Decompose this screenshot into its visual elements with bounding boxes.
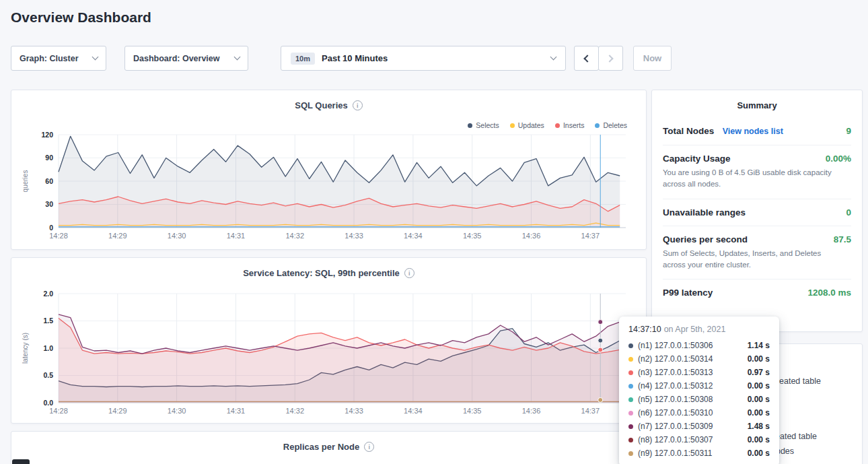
tooltip-date: on Apr 5th, 2021 — [664, 325, 726, 334]
partial-tooltip-overlay — [12, 459, 30, 464]
svg-text:14:34: 14:34 — [404, 232, 423, 240]
svg-text:0.5: 0.5 — [43, 371, 53, 379]
legend-dot-icon — [510, 123, 515, 128]
event-text-fragment: eated table — [779, 376, 821, 386]
svg-text:14:35: 14:35 — [463, 407, 482, 415]
chart-title: SQL Queries — [295, 100, 348, 110]
node-color-dot-icon — [628, 424, 633, 429]
graph-dropdown-label: Graph: Cluster — [20, 54, 79, 63]
capacity-usage-description: You are using 0 B of 4.5 GiB usable disk… — [663, 167, 840, 191]
unavailable-ranges-value: 0 — [846, 207, 851, 218]
svg-text:14:29: 14:29 — [108, 407, 127, 415]
legend-item-updates: Updates — [510, 121, 544, 129]
service-latency-plot[interactable]: 0.00.51.01.52.014:2814:2914:3014:3114:32… — [20, 288, 639, 420]
graph-dropdown[interactable]: Graph: Cluster — [11, 46, 106, 71]
tooltip-node-label: (n2) 127.0.0.1:50314 — [638, 354, 748, 364]
chevron-left-icon — [583, 55, 591, 62]
time-prev-button[interactable] — [574, 46, 599, 71]
view-nodes-list-link[interactable]: View nodes list — [723, 127, 783, 136]
tooltip-node-value: 0.00 s — [748, 381, 770, 391]
svg-text:1.5: 1.5 — [43, 317, 53, 325]
legend-item-selects: Selects — [468, 121, 499, 129]
chart-header: Replicas per Node i — [11, 432, 646, 452]
tooltip-node-label: (n9) 127.0.0.1:50311 — [638, 449, 748, 458]
svg-text:14:33: 14:33 — [345, 407, 363, 415]
tooltip-node-label: (n4) 127.0.0.1:50312 — [638, 381, 748, 391]
tooltip-rows: (n1) 127.0.0.1:503061.14 s(n2) 127.0.0.1… — [628, 341, 770, 458]
capacity-usage-label: Capacity Usage — [663, 154, 731, 164]
tooltip-node-value: 0.00 s — [748, 435, 770, 444]
svg-text:14:31: 14:31 — [227, 407, 246, 415]
summary-unavailable-section: Unavailable ranges 0 — [663, 199, 851, 226]
chart-hover-tooltip: 14:37:10on Apr 5th, 2021 (n1) 127.0.0.1:… — [619, 317, 779, 464]
sql-queries-plot[interactable]: 030609012014:2814:2914:3014:3114:3214:33… — [20, 129, 639, 245]
svg-text:14:32: 14:32 — [285, 407, 304, 415]
tooltip-time: 14:37:10 — [628, 325, 661, 334]
tooltip-row: (n4) 127.0.0.1:503120.00 s — [628, 381, 770, 391]
chart-title: Replicas per Node — [283, 442, 359, 452]
service-latency-chart-card: Service Latency: SQL, 99th percentile i … — [11, 257, 647, 424]
qps-description: Sum of Selects, Updates, Inserts, and De… — [663, 248, 840, 271]
summary-total-nodes-section: Total Nodes View nodes list 9 — [663, 117, 851, 145]
chevron-right-icon — [606, 55, 613, 62]
node-color-dot-icon — [628, 384, 633, 389]
sql-queries-chart-card: SQL Queries i SelectsUpdatesInsertsDelet… — [11, 90, 647, 250]
chevron-down-icon — [234, 54, 241, 61]
dashboard-dropdown-label: Dashboard: Overview — [133, 54, 220, 63]
svg-text:14:29: 14:29 — [108, 232, 127, 240]
total-nodes-value: 9 — [846, 126, 851, 136]
tooltip-row: (n7) 127.0.0.1:503091.48 s — [628, 422, 770, 431]
svg-text:14:32: 14:32 — [285, 232, 304, 240]
time-range-badge: 10m — [291, 53, 315, 65]
chart-legend: SelectsUpdatesInsertsDeletes — [468, 121, 627, 129]
tooltip-node-value: 0.00 s — [748, 395, 770, 404]
time-range-picker[interactable]: 10m Past 10 Minutes — [281, 46, 566, 71]
node-color-dot-icon — [628, 357, 633, 362]
tooltip-row: (n6) 127.0.0.1:503100.00 s — [628, 408, 770, 418]
svg-text:1.0: 1.0 — [43, 344, 53, 352]
svg-text:queries: queries — [22, 170, 29, 193]
unavailable-ranges-label: Unavailable ranges — [663, 207, 746, 218]
summary-p99-section: P99 latency 1208.0 ms — [663, 279, 851, 306]
tooltip-node-label: (n8) 127.0.0.1:50307 — [638, 435, 748, 444]
svg-text:14:37: 14:37 — [581, 232, 600, 240]
page-title: Overview Dashboard — [11, 9, 151, 26]
info-glyph: i — [408, 270, 410, 277]
node-color-dot-icon — [628, 397, 633, 402]
node-color-dot-icon — [628, 438, 633, 442]
p99-latency-value: 1208.0 ms — [807, 288, 851, 298]
info-icon[interactable]: i — [404, 268, 414, 278]
time-next-button[interactable] — [598, 46, 623, 71]
svg-text:14:36: 14:36 — [522, 232, 541, 240]
total-nodes-label: Total Nodes — [663, 126, 714, 136]
svg-text:14:30: 14:30 — [168, 407, 186, 415]
svg-text:2.0: 2.0 — [43, 290, 53, 298]
node-color-dot-icon — [628, 370, 633, 375]
svg-text:14:30: 14:30 — [168, 232, 186, 240]
tooltip-row: (n3) 127.0.0.1:503130.97 s — [628, 368, 770, 377]
summary-capacity-section: Capacity Usage 0.00% You are using 0 B o… — [663, 145, 851, 199]
tooltip-row: (n8) 127.0.0.1:503070.00 s — [628, 435, 770, 444]
tooltip-title: 14:37:10on Apr 5th, 2021 — [628, 325, 770, 334]
p99-latency-label: P99 latency — [663, 288, 713, 298]
legend-dot-icon — [555, 123, 560, 128]
info-icon[interactable]: i — [353, 100, 363, 110]
svg-text:0: 0 — [49, 224, 53, 232]
dashboard-dropdown[interactable]: Dashboard: Overview — [124, 46, 248, 71]
capacity-usage-value: 0.00% — [826, 154, 851, 164]
tooltip-node-value: 1.48 s — [748, 422, 770, 431]
qps-value: 87.5 — [834, 234, 851, 244]
qps-label: Queries per second — [663, 234, 748, 244]
tooltip-row: (n5) 127.0.0.1:503080.00 s — [628, 395, 770, 404]
legend-item-deletes: Deletes — [595, 121, 627, 129]
info-icon[interactable]: i — [364, 442, 374, 452]
node-color-dot-icon — [628, 411, 633, 416]
now-button[interactable]: Now — [633, 46, 672, 71]
node-color-dot-icon — [628, 343, 633, 348]
chart-header: SQL Queries i — [11, 90, 646, 110]
time-range-label: Past 10 Minutes — [322, 53, 538, 63]
svg-text:14:28: 14:28 — [49, 407, 68, 415]
tooltip-node-value: 1.14 s — [748, 341, 770, 350]
svg-text:14:36: 14:36 — [522, 407, 541, 415]
tooltip-node-value: 0.00 s — [748, 408, 770, 418]
